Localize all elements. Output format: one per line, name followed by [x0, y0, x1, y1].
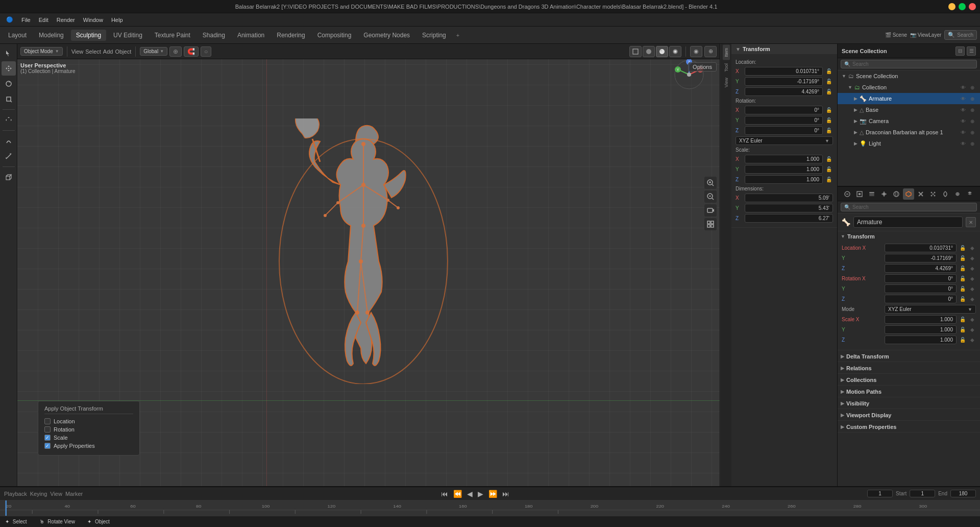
props-location-x-lock[interactable]: 🔓 [959, 245, 966, 251]
rotation-mode-dropdown[interactable]: XYZ Euler ▼ [736, 136, 833, 145]
step-forward-button[interactable]: ⏩ [487, 490, 499, 498]
tab-sculpting[interactable]: Sculpting [71, 30, 106, 41]
props-scale-x-input[interactable] [885, 315, 957, 324]
dim-y-input[interactable] [745, 204, 833, 212]
minimize-button[interactable] [948, 3, 955, 10]
render-properties-icon[interactable] [842, 188, 853, 200]
tab-texture-paint[interactable]: Texture Paint [150, 30, 195, 41]
sidebar-view-tab[interactable]: View [723, 75, 730, 90]
draconian-visibility-icon[interactable]: 👁 [960, 129, 967, 136]
menu-file[interactable]: File [17, 16, 35, 24]
object-mode-dropdown[interactable]: Object Mode ▼ [20, 47, 63, 56]
outliner-display-button[interactable]: ☰ [967, 46, 976, 56]
props-rotation-x-anim[interactable]: ◆ [968, 276, 976, 281]
gizmo-button[interactable]: ⊕ [704, 46, 717, 57]
viewport-object-menu[interactable]: Object [115, 49, 131, 55]
props-rotation-y-input[interactable] [885, 284, 957, 293]
solid-mode-btn[interactable] [643, 46, 655, 57]
tool-scale[interactable] [2, 92, 16, 106]
props-rotation-y-anim[interactable]: ◆ [968, 286, 976, 292]
modifier-properties-icon[interactable] [915, 188, 926, 200]
object-name-input[interactable] [853, 217, 963, 228]
scene-properties-icon[interactable] [878, 188, 890, 200]
dim-z-input[interactable] [745, 214, 833, 223]
tab-scripting[interactable]: Scripting [417, 30, 451, 41]
outliner-scene-collection[interactable]: ▼ 🗂 Scene Collection [838, 70, 980, 82]
tool-cursor[interactable] [2, 46, 16, 60]
timeline-view-menu[interactable]: View [50, 491, 62, 497]
apply-properties-checkbox[interactable] [44, 443, 51, 449]
viewport[interactable]: Object Mode ▼ View Select Add Object Glo… [17, 44, 720, 486]
viewlayer-selector[interactable]: 📷 ViewLayer [910, 32, 941, 38]
step-back-button[interactable]: ⏪ [452, 490, 463, 498]
material-mode-btn[interactable] [656, 46, 668, 57]
props-scale-z-anim[interactable]: ◆ [968, 337, 976, 343]
tab-geometry-nodes[interactable]: Geometry Nodes [358, 30, 415, 41]
rotation-z-input[interactable] [745, 126, 823, 135]
location-x-lock-icon[interactable]: 🔓 [825, 67, 833, 76]
wireframe-mode-btn[interactable] [629, 46, 642, 57]
output-properties-icon[interactable] [854, 188, 865, 200]
tab-rendering[interactable]: Rendering [272, 30, 310, 41]
view-layer-properties-icon[interactable] [866, 188, 877, 200]
viewport-view-menu[interactable]: View [71, 49, 84, 55]
collections-header[interactable]: ▶ Collections [838, 375, 980, 385]
camera-render-icon[interactable]: ⊕ [969, 117, 976, 125]
outliner-light[interactable]: ▶ 💡 Light 👁 ⊕ [838, 138, 980, 149]
tool-measure[interactable] [2, 149, 16, 163]
play-button[interactable]: ▶ [476, 490, 485, 498]
base-visibility-icon[interactable]: 👁 [960, 106, 967, 113]
rotation-y-lock-icon[interactable]: 🔓 [825, 116, 833, 125]
tool-rotate[interactable] [2, 77, 16, 91]
tab-compositing[interactable]: Compositing [312, 30, 357, 41]
location-y-lock-icon[interactable]: 🔓 [825, 78, 833, 86]
pivot-dropdown[interactable]: ⊕ [169, 46, 182, 57]
props-location-y-input[interactable] [885, 254, 957, 262]
options-button[interactable]: Options [688, 62, 717, 71]
scale-z-input[interactable] [745, 175, 823, 184]
close-button[interactable] [969, 3, 976, 10]
top-search[interactable]: 🔍 Search [944, 30, 977, 40]
transform-section-header[interactable]: ▼ Transform [731, 44, 837, 54]
props-scale-x-lock[interactable]: 🔓 [959, 317, 966, 322]
rotation-y-input[interactable] [745, 116, 823, 125]
play-back-button[interactable]: ◀ [465, 490, 474, 498]
props-scale-y-lock[interactable]: 🔓 [959, 327, 966, 332]
outliner-base[interactable]: ▶ △ Base 👁 ⊕ [838, 104, 980, 115]
relations-header[interactable]: ▶ Relations [838, 363, 980, 373]
collection-visibility-icon[interactable]: 👁 [960, 84, 967, 91]
armature-visibility-icon[interactable]: 👁 [960, 95, 967, 102]
light-visibility-icon[interactable]: 👁 [960, 140, 967, 147]
props-location-y-lock[interactable]: 🔓 [959, 255, 966, 261]
scale-x-lock-icon[interactable]: 🔓 [825, 155, 833, 163]
proportional-edit-button[interactable]: ○ [201, 46, 211, 57]
tool-add-cube[interactable] [2, 170, 16, 184]
location-z-lock-icon[interactable]: 🔓 [825, 88, 833, 96]
outliner-search-field[interactable]: 🔍 Search [841, 60, 977, 68]
properties-search-field[interactable]: 🔍 Search [841, 203, 977, 211]
data-properties-icon[interactable] [964, 188, 975, 200]
camera-view-button[interactable] [704, 204, 717, 217]
viewport-select-menu[interactable]: Select [85, 49, 101, 55]
props-scale-y-anim[interactable]: ◆ [968, 327, 976, 332]
end-frame-input[interactable] [950, 490, 976, 497]
zoom-in-button[interactable] [704, 177, 717, 189]
viewport-display-header[interactable]: ▶ Viewport Display [838, 410, 980, 420]
armature-render-icon[interactable]: ⊕ [969, 95, 976, 102]
timeline-marker-menu[interactable]: Marker [65, 491, 83, 497]
world-properties-icon[interactable] [891, 188, 902, 200]
props-rotation-x-lock[interactable]: 🔓 [959, 276, 966, 281]
scale-y-input[interactable] [745, 165, 823, 174]
menu-help[interactable]: Help [107, 16, 127, 24]
props-location-x-anim[interactable]: ◆ [968, 245, 976, 251]
scale-z-lock-icon[interactable]: 🔓 [825, 176, 833, 184]
props-location-y-anim[interactable]: ◆ [968, 255, 976, 261]
scale-y-lock-icon[interactable]: 🔓 [825, 165, 833, 174]
tab-layout[interactable]: Layout [3, 30, 32, 41]
tab-shading[interactable]: Shading [198, 30, 230, 41]
menu-window[interactable]: Window [79, 16, 107, 24]
props-scale-x-anim[interactable]: ◆ [968, 317, 976, 322]
start-frame-input[interactable] [910, 490, 935, 497]
custom-properties-header[interactable]: ▶ Custom Properties [838, 422, 980, 432]
motion-paths-header[interactable]: ▶ Motion Paths [838, 387, 980, 397]
